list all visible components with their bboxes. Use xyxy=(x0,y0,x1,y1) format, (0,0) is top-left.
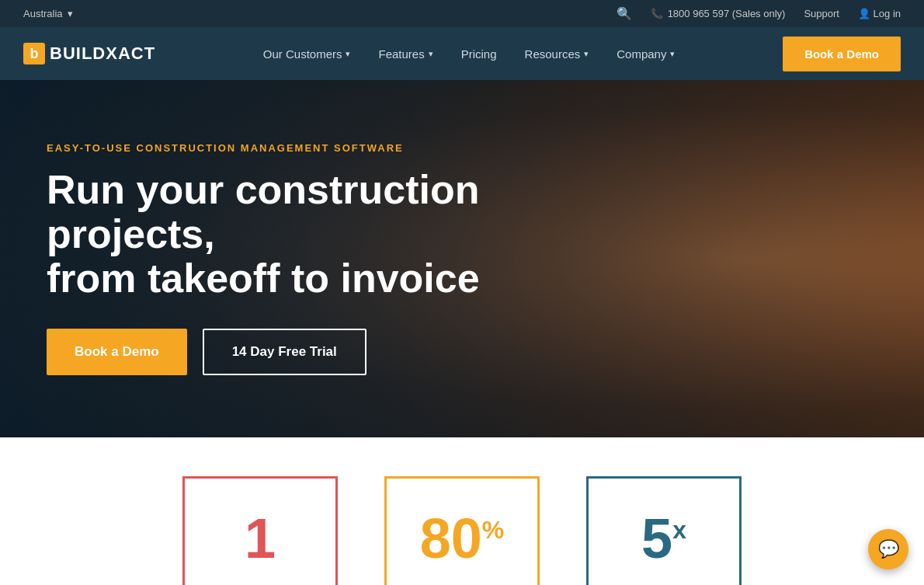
hero-section: EASY-TO-USE CONSTRUCTION MANAGEMENT SOFT… xyxy=(0,80,924,437)
hero-content: EASY-TO-USE CONSTRUCTION MANAGEMENT SOFT… xyxy=(0,142,544,376)
chevron-icon: ▾ xyxy=(68,8,73,19)
chevron-down-icon: ▾ xyxy=(584,49,589,59)
main-nav: b BUILDXACT Our Customers ▾ Features ▾ P… xyxy=(0,27,924,80)
logo[interactable]: b BUILDXACT xyxy=(23,43,155,64)
nav-links: Our Customers ▾ Features ▾ Pricing Resou… xyxy=(249,27,690,80)
top-bar-right: 🔍 📞 1800 965 597 (Sales only) Support 👤 … xyxy=(617,6,901,21)
hero-tagline: EASY-TO-USE CONSTRUCTION MANAGEMENT SOFT… xyxy=(47,142,497,154)
nav-item-resources[interactable]: Resources ▾ xyxy=(511,27,603,80)
stats-section: 1 80% 5x xyxy=(0,437,924,585)
login-link[interactable]: 👤 Log in xyxy=(858,8,901,19)
region-label: Australia xyxy=(23,8,63,19)
nav-item-pricing[interactable]: Pricing xyxy=(447,27,511,80)
top-bar: Australia ▾ 🔍 📞 1800 965 597 (Sales only… xyxy=(0,0,924,27)
stat-value-2: 80% xyxy=(420,510,505,566)
phone-group: 📞 1800 965 597 (Sales only) xyxy=(651,8,786,19)
stat-card-3: 5x xyxy=(586,476,742,585)
region-selector[interactable]: Australia ▾ xyxy=(23,8,73,19)
stat-value-3: 5x xyxy=(641,510,686,566)
stat-card-2: 80% xyxy=(384,476,540,585)
stat-value-1: 1 xyxy=(245,510,276,566)
nav-item-company[interactable]: Company ▾ xyxy=(603,27,689,80)
hero-title: Run your construction projects, from tak… xyxy=(47,168,497,301)
search-icon[interactable]: 🔍 xyxy=(617,6,632,21)
chat-icon: 💬 xyxy=(878,539,899,559)
logo-b-icon: b xyxy=(23,43,45,64)
logo-text: BUILDXACT xyxy=(50,44,155,64)
hero-free-trial-button[interactable]: 14 Day Free Trial xyxy=(203,329,366,375)
chat-widget-button[interactable]: 💬 xyxy=(868,529,908,569)
phone-icon: 📞 xyxy=(651,8,663,19)
chevron-down-icon: ▾ xyxy=(346,49,350,59)
hero-buttons: Book a Demo 14 Day Free Trial xyxy=(47,329,497,375)
person-icon: 👤 xyxy=(858,8,874,19)
chevron-down-icon: ▾ xyxy=(429,49,433,59)
nav-book-demo-button[interactable]: Book a Demo xyxy=(783,37,901,71)
nav-item-features[interactable]: Features ▾ xyxy=(364,27,446,80)
support-link[interactable]: Support xyxy=(804,8,839,19)
phone-number: 1800 965 597 (Sales only) xyxy=(668,8,786,19)
stat-card-1: 1 xyxy=(182,476,338,585)
chevron-down-icon: ▾ xyxy=(670,49,675,59)
nav-item-customers[interactable]: Our Customers ▾ xyxy=(249,27,365,80)
hero-book-demo-button[interactable]: Book a Demo xyxy=(47,329,187,375)
